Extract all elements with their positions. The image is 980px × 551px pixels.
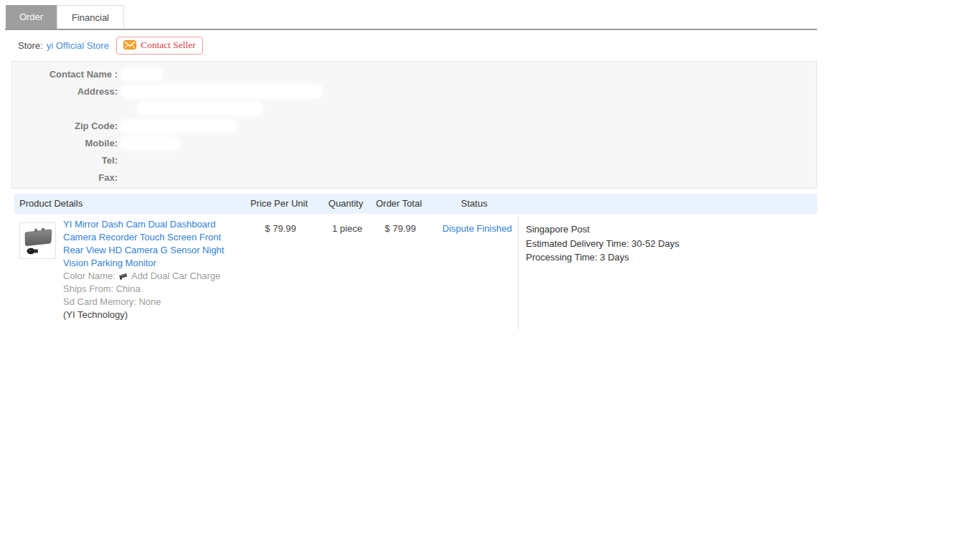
zip-code-label: Zip Code: xyxy=(12,121,118,131)
status-link[interactable]: Dispute Finished xyxy=(423,223,531,234)
product-title-link[interactable]: YI Mirror Dash Cam Dual Dashboard Camera… xyxy=(63,218,225,270)
tab-financial[interactable]: Financial xyxy=(57,5,124,29)
mobile-label: Mobile: xyxy=(12,138,118,149)
order-table: Product Details Price Per Unit Quantity … xyxy=(14,194,817,331)
store-label: Store: xyxy=(18,40,43,51)
contact-seller-button[interactable]: Contact Seller xyxy=(116,37,203,55)
tab-order[interactable]: Order xyxy=(6,5,57,29)
envelope-icon xyxy=(123,40,136,50)
redacted-address xyxy=(122,86,321,97)
contact-info-box: Contact Name : Address: Zip Code: Mobile… xyxy=(11,61,817,189)
contact-name-label: Contact Name : xyxy=(12,69,118,80)
column-separator xyxy=(518,216,519,329)
product-thumbnail[interactable] xyxy=(19,222,56,259)
estimated-delivery-time: Estimated Delivery Time: 30-52 Days xyxy=(526,237,813,251)
store-bar: Store: yi Official Store Contact Seller xyxy=(18,34,203,56)
contact-seller-label: Contact Seller xyxy=(141,39,196,51)
order-detail-page: Order Financial Store: yi Official Store… xyxy=(0,0,980,551)
header-price-per-unit: Price Per Unit xyxy=(236,194,322,214)
address-row-2 xyxy=(12,100,816,117)
tab-underline xyxy=(5,29,817,30)
zip-code-row: Zip Code: xyxy=(12,117,816,134)
fax-label: Fax: xyxy=(12,172,118,183)
redacted-mobile xyxy=(122,138,179,149)
brand-name: (YI Technology) xyxy=(63,309,225,321)
tel-label: Tel: xyxy=(12,155,118,166)
header-status: Status xyxy=(420,194,528,214)
product-cell: YI Mirror Dash Cam Dual Dashboard Camera… xyxy=(63,218,225,321)
processing-time: Processing Time: 3 Days xyxy=(526,250,813,265)
fax-row: Fax: xyxy=(12,169,816,186)
color-name-value: Add Dual Car Charge xyxy=(131,270,220,283)
order-table-header: Product Details Price Per Unit Quantity … xyxy=(14,194,817,214)
redacted-address-2 xyxy=(138,103,261,114)
shipping-carrier: Singapore Post xyxy=(526,222,813,237)
address-row: Address: xyxy=(12,83,816,100)
order-row: YI Mirror Dash Cam Dual Dashboard Camera… xyxy=(14,214,817,331)
contact-name-row: Contact Name : xyxy=(12,65,816,83)
store-name-link[interactable]: yi Official Store xyxy=(47,40,109,51)
color-name-attribute: Color Name: Add Dual Car Charge xyxy=(63,270,225,283)
sd-card-attribute: Sd Card Memory: None xyxy=(63,296,225,309)
header-product-details: Product Details xyxy=(19,194,83,214)
ships-from-attribute: Ships From: China xyxy=(63,283,225,296)
dash-cam-image xyxy=(21,224,55,258)
address-label: Address: xyxy=(12,86,118,97)
redacted-contact-name xyxy=(122,69,161,80)
shipping-cell: Singapore Post Estimated Delivery Time: … xyxy=(526,222,813,265)
tel-row: Tel: xyxy=(12,151,816,169)
color-name-label: Color Name: xyxy=(63,270,116,283)
price-per-unit-value: $ 79.99 xyxy=(237,223,324,234)
mobile-row: Mobile: xyxy=(12,134,816,151)
color-swatch-icon xyxy=(118,273,128,280)
redacted-zip-code xyxy=(122,121,235,131)
